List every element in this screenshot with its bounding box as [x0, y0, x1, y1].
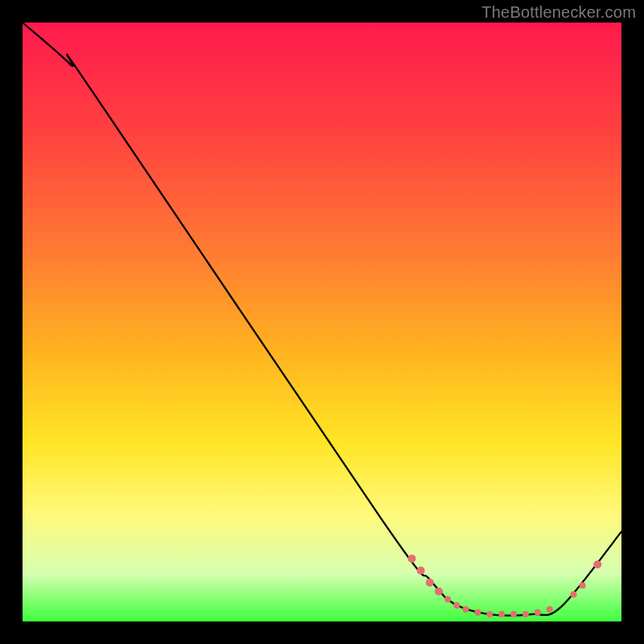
data-marker: [435, 588, 443, 596]
data-marker: [498, 611, 505, 617]
data-marker: [474, 609, 481, 616]
bottleneck-curve: [23, 23, 621, 616]
curve-layer: [23, 23, 621, 616]
data-marker: [510, 611, 517, 617]
marker-layer: [408, 555, 602, 617]
data-marker: [426, 579, 434, 587]
data-marker: [535, 609, 541, 616]
data-marker: [463, 606, 469, 613]
chart-stage: TheBottlenecker.com: [0, 0, 644, 644]
data-marker: [522, 611, 529, 617]
data-marker: [408, 555, 416, 563]
data-marker: [417, 567, 425, 575]
attribution-text: TheBottlenecker.com: [481, 3, 636, 22]
chart-svg: [23, 23, 621, 621]
data-marker: [444, 596, 451, 602]
data-marker: [580, 582, 586, 588]
data-marker: [570, 592, 576, 598]
data-marker: [547, 606, 553, 613]
data-marker: [453, 602, 460, 609]
plot-area: [23, 23, 621, 621]
data-marker: [593, 560, 601, 568]
data-marker: [486, 611, 493, 617]
